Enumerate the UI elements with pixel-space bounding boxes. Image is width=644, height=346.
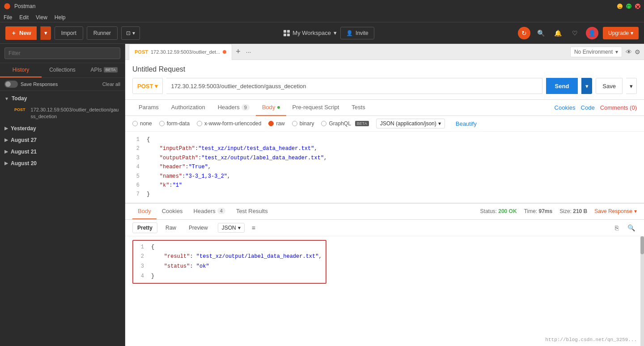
environment-dropdown[interactable]: No Environment ▾	[570, 47, 622, 57]
method-arrow: ▾	[155, 83, 158, 90]
history-group-aug27-header[interactable]: ▶ August 27	[0, 134, 125, 146]
add-tab-button[interactable]: +	[232, 47, 244, 56]
url-input[interactable]	[166, 78, 542, 94]
minimize-button[interactable]: －	[617, 4, 623, 9]
workspace-icon	[284, 30, 290, 36]
response-body-options: Pretty Raw Preview JSON ▾ ≡ ⎘ 🔍	[125, 220, 644, 236]
request-body-editor[interactable]: 1 { 2 "inputPath":"test_xz/input/test_da…	[125, 132, 644, 203]
resp-tab-headers[interactable]: Headers 4	[188, 203, 231, 219]
tab-body[interactable]: Body	[256, 100, 286, 116]
find-button[interactable]: 🔍	[535, 27, 547, 39]
sidebar-tab-apis[interactable]: APIs BETA	[83, 63, 125, 77]
resp-body-tab-raw[interactable]: Raw	[161, 223, 181, 233]
tab-pre-request-script[interactable]: Pre-request Script	[286, 100, 346, 116]
resp-format-selector[interactable]: JSON ▾	[218, 223, 245, 233]
import-button[interactable]: Import	[55, 26, 83, 40]
line-content: "k":"1"	[147, 181, 182, 190]
cookies-link[interactable]: Cookies	[555, 104, 576, 111]
search-response-button[interactable]: 🔍	[626, 224, 637, 231]
chevron-right-icon: ▶	[4, 161, 8, 166]
maximize-button[interactable]: □	[626, 4, 631, 9]
history-group-aug21-header[interactable]: ▶ August 21	[0, 146, 125, 158]
method-selector[interactable]: POST ▾	[132, 78, 163, 94]
filter-input[interactable]	[4, 47, 120, 59]
copy-response-button[interactable]: ⎘	[613, 224, 620, 231]
sidebar-tab-collections[interactable]: Collections	[42, 63, 83, 77]
sync-button[interactable]: ↻	[518, 27, 530, 39]
menu-view[interactable]: View	[36, 14, 47, 21]
radio-raw-btn[interactable]	[268, 121, 274, 126]
request-tab[interactable]: POST 172.30.12.59:5003/outlier_det...	[129, 44, 232, 60]
resp-tab-test-results[interactable]: Test Results	[231, 203, 273, 219]
radio-form-data[interactable]: form-data	[159, 120, 190, 127]
resp-body-tab-preview[interactable]: Preview	[184, 223, 212, 233]
tab-params[interactable]: Params	[132, 100, 165, 116]
time-value: 97ms	[539, 208, 553, 214]
new-dropdown-button[interactable]: ▾	[40, 26, 51, 40]
response-scrollbar[interactable]	[640, 236, 644, 346]
radio-none-btn[interactable]	[132, 121, 138, 126]
code-link[interactable]: Code	[581, 104, 595, 111]
save-response-button[interactable]: Save Response ▾	[594, 208, 637, 214]
tab-authorization[interactable]: Authorization	[165, 100, 212, 116]
radio-graphql-btn[interactable]	[321, 121, 326, 126]
headers-badge: 9	[242, 104, 250, 111]
radio-urlencoded-btn[interactable]	[197, 121, 202, 126]
list-item[interactable]: POST 172.30.12.59:5003/outlier_detection…	[0, 104, 125, 123]
workspace-selector[interactable]: My Workspace ▾	[284, 30, 337, 36]
radio-binary[interactable]: binary	[292, 120, 314, 127]
resp-tab-cookies[interactable]: Cookies	[157, 203, 188, 219]
more-tabs-button[interactable]: ···	[244, 48, 253, 56]
avatar-button[interactable]: 👤	[586, 27, 598, 39]
notification-button[interactable]: 🔔	[552, 27, 564, 39]
gear-icon[interactable]: ⚙	[635, 48, 640, 56]
save-responses-toggle[interactable]	[4, 81, 18, 88]
history-group-today-header[interactable]: ▼ Today	[0, 93, 125, 104]
beautify-button[interactable]: Beautify	[456, 120, 477, 127]
menu-file[interactable]: File	[4, 14, 12, 21]
menu-help[interactable]: Help	[55, 14, 66, 21]
radio-form-data-btn[interactable]	[159, 121, 165, 126]
line-content: "result": "test_xz/output/label_data_hea…	[151, 252, 322, 262]
history-group-aug27: ▶ August 27	[0, 134, 125, 146]
upgrade-button[interactable]: Upgrade ▾	[603, 27, 639, 39]
save-dropdown-button[interactable]: ▾	[626, 78, 637, 94]
comments-link[interactable]: Comments (0)	[600, 104, 637, 111]
unsaved-indicator	[223, 50, 226, 54]
code-line-5: 5 "names":"3-3_1,3-3_2",	[132, 172, 637, 181]
radio-raw[interactable]: raw	[268, 120, 284, 127]
send-dropdown-button[interactable]: ▾	[581, 78, 592, 94]
sidebar-tab-history[interactable]: History	[0, 63, 42, 77]
close-button[interactable]: ✕	[635, 4, 640, 9]
format-arrow: ▾	[438, 120, 441, 127]
capture-button[interactable]: ⊡ ▾	[121, 26, 140, 40]
tab-tests[interactable]: Tests	[345, 100, 371, 116]
save-button[interactable]: Save	[596, 78, 623, 94]
heart-button[interactable]: ♡	[569, 27, 581, 39]
resp-code-line-3: 3 "status": "ok"	[137, 262, 322, 272]
resp-tab-body[interactable]: Body	[132, 203, 157, 219]
send-button[interactable]: Send	[546, 78, 578, 94]
new-button[interactable]: ＋ New	[5, 26, 37, 40]
tab-headers[interactable]: Headers 9	[212, 100, 256, 116]
radio-binary-btn[interactable]	[292, 121, 297, 126]
toolbar-right: ↻ 🔍 🔔 ♡ 👤 Upgrade ▾	[518, 27, 639, 39]
wrap-lines-button[interactable]: ≡	[250, 224, 257, 231]
clear-all-button[interactable]: Clear all	[102, 81, 120, 87]
invite-button[interactable]: 👤 Invite	[340, 27, 374, 39]
line-content: {	[147, 135, 150, 144]
radio-none[interactable]: none	[132, 120, 152, 127]
resp-body-tab-pretty[interactable]: Pretty	[132, 222, 157, 233]
radio-urlencoded[interactable]: x-www-form-urlencoded	[197, 120, 261, 127]
runner-button[interactable]: Runner	[87, 26, 118, 40]
history-group-aug20-header[interactable]: ▶ August 20	[0, 158, 125, 169]
scrollbar-thumb[interactable]	[640, 236, 644, 254]
menu-edit[interactable]: Edit	[19, 14, 29, 21]
line-content: "names":"3-3_1,3-3_2",	[147, 172, 230, 181]
json-format-selector[interactable]: JSON (application/json) ▾	[376, 119, 445, 128]
response-status-bar: Status: 200 OK Time: 97ms Size: 210 B Sa…	[480, 208, 637, 214]
history-group-yesterday-header[interactable]: ▶ Yesterday	[0, 123, 125, 134]
eye-icon[interactable]: 👁	[626, 48, 632, 56]
capture-arrow: ▾	[132, 30, 135, 36]
radio-graphql[interactable]: GraphQL BETA	[321, 120, 369, 127]
